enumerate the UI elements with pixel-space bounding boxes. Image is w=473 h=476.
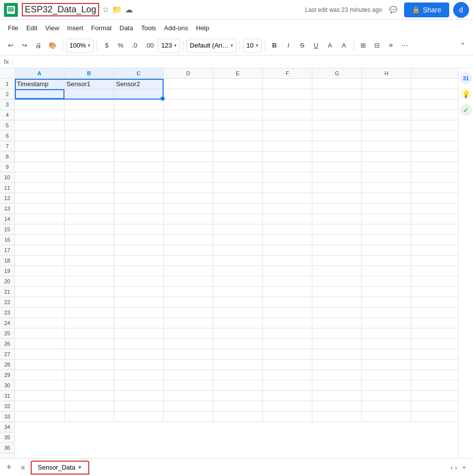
underline-button[interactable]: U — [310, 39, 323, 53]
row-header-4[interactable]: 4 — [0, 110, 14, 120]
font-family-dropdown[interactable]: Default (Ari… ▾ — [186, 39, 236, 53]
row-header-5[interactable]: 5 — [0, 120, 14, 131]
cell-C2[interactable] — [114, 89, 164, 99]
cell-H3[interactable] — [362, 100, 412, 109]
more-button[interactable]: ⋯ — [399, 39, 412, 53]
cell-E1[interactable] — [213, 79, 263, 89]
row-header-19[interactable]: 19 — [0, 266, 14, 276]
cell-A1[interactable]: Timestamp — [15, 79, 64, 89]
strikethrough-button[interactable]: S — [296, 39, 309, 53]
menu-format[interactable]: Format — [87, 22, 116, 34]
col-header-G[interactable]: G — [312, 68, 362, 78]
cell-A3[interactable] — [15, 100, 64, 109]
row-header-33[interactable]: 33 — [0, 412, 14, 422]
format-number-dropdown[interactable]: 123 ▾ — [158, 39, 180, 53]
row-header-36[interactable]: 36 — [0, 443, 14, 453]
borders-button[interactable]: ⊞ — [357, 39, 370, 53]
row-header-18[interactable]: 18 — [0, 256, 14, 266]
row-header-15[interactable]: 15 — [0, 224, 14, 235]
cell-C1[interactable]: Sensor2 — [114, 79, 164, 89]
decimal-increase-button[interactable]: .00 — [142, 39, 157, 53]
row-header-31[interactable]: 31 — [0, 391, 14, 401]
row-header-14[interactable]: 14 — [0, 214, 14, 224]
row-header-32[interactable]: 32 — [0, 401, 14, 412]
cell-D2[interactable] — [164, 89, 213, 99]
cell-C3[interactable] — [114, 100, 164, 109]
cell-E2[interactable] — [213, 89, 263, 99]
menu-help[interactable]: Help — [192, 22, 213, 34]
bold-button[interactable]: B — [268, 39, 281, 53]
row-header-8[interactable]: 8 — [0, 152, 14, 162]
folder-icon[interactable]: 📁 — [112, 5, 122, 14]
cell-B2[interactable] — [64, 89, 114, 99]
row-header-9[interactable]: 9 — [0, 162, 14, 172]
row-header-30[interactable]: 30 — [0, 380, 14, 391]
cell-G2[interactable] — [312, 89, 362, 99]
collapse-toolbar-button[interactable]: ⌃ — [456, 39, 469, 53]
row-header-2[interactable]: 2 — [0, 89, 14, 100]
row-header-20[interactable]: 20 — [0, 276, 14, 287]
col-header-H[interactable]: H — [362, 68, 412, 78]
text-color-button[interactable]: A — [338, 39, 351, 53]
zoom-dropdown[interactable]: 100% ▾ — [66, 39, 94, 53]
cell-H2[interactable] — [362, 89, 412, 99]
row-header-27[interactable]: 27 — [0, 349, 14, 360]
align-button[interactable]: ≡ — [385, 39, 398, 53]
row-header-13[interactable]: 13 — [0, 204, 14, 214]
cell-B1[interactable]: Sensor1 — [64, 79, 114, 89]
row-header-3[interactable]: 3 — [0, 100, 14, 110]
cell-B3[interactable] — [64, 100, 114, 109]
row-header-1[interactable]: 1 — [0, 79, 14, 89]
row-header-24[interactable]: 24 — [0, 318, 14, 328]
row-header-22[interactable]: 22 — [0, 297, 14, 308]
undo-button[interactable]: ↩ — [4, 39, 17, 53]
cell-F2[interactable] — [263, 89, 312, 99]
menu-addons[interactable]: Add-ons — [160, 22, 192, 34]
cell-F1[interactable] — [263, 79, 312, 89]
share-button[interactable]: 🔒 Share — [404, 2, 449, 17]
fill-color-button[interactable]: A — [324, 39, 337, 53]
row-header-35[interactable]: 35 — [0, 432, 14, 443]
cell-H1[interactable] — [362, 79, 412, 89]
col-header-F[interactable]: F — [263, 68, 312, 78]
cell-F3[interactable] — [263, 100, 312, 109]
cloud-icon[interactable]: ☁ — [125, 5, 133, 14]
row-header-6[interactable]: 6 — [0, 131, 14, 141]
col-header-A[interactable]: A — [15, 68, 64, 78]
row-header-10[interactable]: 10 — [0, 172, 14, 183]
menu-file[interactable]: File — [4, 22, 22, 34]
merge-button[interactable]: ⊟ — [371, 39, 384, 53]
add-sheet-bottom-button[interactable]: + — [457, 461, 471, 475]
row-header-25[interactable]: 25 — [0, 328, 14, 339]
col-header-E[interactable]: E — [213, 68, 263, 78]
print-button[interactable]: 🖨 — [32, 39, 45, 53]
menu-edit[interactable]: Edit — [22, 22, 41, 34]
menu-view[interactable]: View — [41, 22, 63, 34]
add-sheet-button[interactable]: + — [2, 461, 16, 475]
menu-tools[interactable]: Tools — [137, 22, 160, 34]
cell-D3[interactable] — [164, 100, 213, 109]
redo-button[interactable]: ↪ — [18, 39, 31, 53]
cell-G1[interactable] — [312, 79, 362, 89]
font-size-dropdown[interactable]: 10 ▾ — [243, 39, 261, 53]
row-header-26[interactable]: 26 — [0, 339, 14, 349]
row-header-28[interactable]: 28 — [0, 360, 14, 370]
row-header-34[interactable]: 34 — [0, 422, 14, 432]
row-header-7[interactable]: 7 — [0, 141, 14, 152]
sidebar-bulb-icon[interactable]: 💡 — [460, 88, 472, 100]
menu-insert[interactable]: Insert — [63, 22, 87, 34]
col-header-B[interactable]: B — [64, 68, 114, 78]
row-header-23[interactable]: 23 — [0, 308, 14, 318]
comment-icon[interactable]: 💬 — [386, 3, 400, 17]
row-header-11[interactable]: 11 — [0, 183, 14, 193]
star-icon[interactable]: ☆ — [102, 5, 109, 14]
col-header-C[interactable]: C — [114, 68, 164, 78]
document-title[interactable]: ESP32_Data_Log — [22, 3, 99, 16]
cell-E3[interactable] — [213, 100, 263, 109]
avatar[interactable]: d — [453, 2, 469, 18]
decimal-decrease-button[interactable]: .0 — [128, 39, 141, 53]
currency-button[interactable]: $ — [100, 39, 113, 53]
row-header-12[interactable]: 12 — [0, 193, 14, 204]
italic-button[interactable]: I — [282, 39, 295, 53]
cell-D1[interactable] — [164, 79, 213, 89]
